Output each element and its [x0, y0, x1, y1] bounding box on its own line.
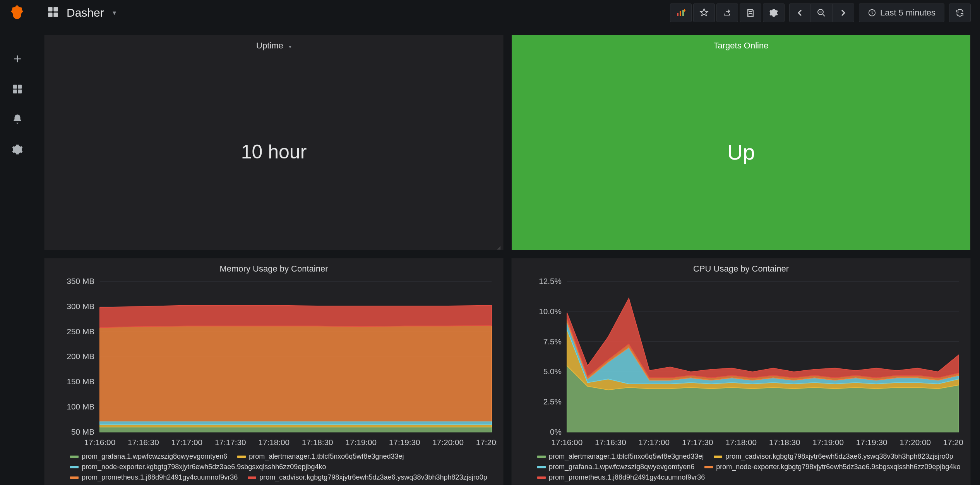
svg-rect-3	[13, 89, 17, 93]
svg-text:17:17:30: 17:17:30	[682, 438, 713, 447]
legend-swatch	[537, 476, 546, 479]
legend-swatch	[237, 456, 246, 458]
legend-label: prom_prometheus.1.j88d9h2491gy4cuumnof9v…	[549, 473, 705, 482]
dashboard-picker[interactable]: Dasher ▾	[46, 5, 116, 20]
legend-item[interactable]: prom_prometheus.1.j88d9h2491gy4cuumnof9v…	[70, 473, 238, 482]
time-range-picker[interactable]: Last 5 minutes	[859, 3, 944, 22]
svg-text:250 MB: 250 MB	[67, 327, 94, 336]
settings-button[interactable]	[763, 3, 785, 22]
legend-item[interactable]: prom_node-exporter.kgbgtg798xjytr6ewh5dz…	[704, 463, 960, 471]
zoom-out-button[interactable]	[811, 3, 833, 22]
chart-legend: prom_alertmanager.1.tblcf5nxo6q5wf8e3gne…	[518, 449, 964, 482]
legend-swatch	[537, 456, 546, 458]
svg-text:17:18:00: 17:18:00	[258, 438, 290, 447]
svg-text:17:16:30: 17:16:30	[595, 438, 626, 447]
legend-item[interactable]: prom_cadvisor.kgbgtg798xjytr6ewh5dz3ae6.…	[248, 473, 487, 482]
gear-icon[interactable]	[9, 141, 26, 158]
legend-swatch	[537, 466, 546, 468]
alert-bell-icon[interactable]	[9, 111, 26, 128]
svg-text:17:17:00: 17:17:00	[638, 438, 670, 447]
svg-text:17:16:00: 17:16:00	[551, 438, 583, 447]
legend-label: prom_prometheus.1.j88d9h2491gy4cuumnof9v…	[82, 473, 238, 482]
svg-rect-4	[18, 89, 22, 93]
legend-label: prom_grafana.1.wpwfcwzszig8qwyevgomtyen6	[549, 463, 694, 471]
svg-text:200 MB: 200 MB	[67, 353, 94, 361]
svg-text:17:18:30: 17:18:30	[302, 438, 333, 447]
svg-text:17:17:30: 17:17:30	[215, 438, 246, 447]
svg-rect-9	[677, 13, 678, 16]
svg-rect-1	[13, 85, 17, 89]
legend-item[interactable]: prom_cadvisor.kgbgtg798xjytr6ewh5dz3ae6.…	[714, 452, 953, 461]
dashboard-grid: Uptime ▾ 10 hour Targets Online Up Memor…	[35, 26, 980, 485]
panel-targets-online[interactable]: Targets Online Up	[511, 35, 971, 250]
svg-text:2.5%: 2.5%	[543, 398, 562, 406]
legend-label: prom_node-exporter.kgbgtg798xjytr6ewh5dz…	[716, 463, 960, 471]
svg-text:17:19:00: 17:19:00	[812, 438, 844, 447]
svg-text:100 MB: 100 MB	[67, 403, 94, 411]
star-button[interactable]	[693, 3, 715, 22]
legend-item[interactable]: prom_alertmanager.1.tblcf5nxo6q5wf8e3gne…	[537, 452, 704, 461]
panel-title[interactable]: Uptime ▾	[45, 35, 503, 54]
svg-text:17:16:00: 17:16:00	[84, 438, 115, 447]
legend-swatch	[704, 466, 713, 468]
panel-memory-usage[interactable]: Memory Usage by Container 50 MB100 MB150…	[44, 258, 504, 485]
panel-uptime[interactable]: Uptime ▾ 10 hour	[44, 35, 504, 250]
time-back-button[interactable]	[789, 3, 811, 22]
legend-swatch	[248, 476, 256, 479]
save-button[interactable]	[740, 3, 761, 22]
svg-text:150 MB: 150 MB	[67, 378, 94, 386]
targets-value: Up	[512, 54, 970, 250]
add-panel-button[interactable]	[670, 3, 692, 22]
svg-rect-5	[48, 7, 52, 11]
svg-text:17:20:00: 17:20:00	[899, 438, 931, 447]
grafana-logo[interactable]	[9, 4, 26, 22]
share-button[interactable]	[716, 3, 738, 22]
chart-memory: 50 MB100 MB150 MB200 MB250 MB300 MB350 M…	[45, 277, 503, 485]
svg-text:50 MB: 50 MB	[71, 428, 94, 436]
legend-label: prom_grafana.1.wpwfcwzszig8qwyevgomtyen6	[82, 452, 227, 461]
svg-text:7.5%: 7.5%	[543, 337, 562, 346]
svg-text:17:16:30: 17:16:30	[128, 438, 159, 447]
legend-item[interactable]: prom_prometheus.1.j88d9h2491gy4cuumnof9v…	[537, 473, 705, 482]
chart-legend: prom_grafana.1.wpwfcwzszig8qwyevgomtyen6…	[51, 449, 497, 482]
legend-item[interactable]: prom_node-exporter.kgbgtg798xjytr6ewh5dz…	[70, 463, 326, 471]
legend-label: prom_cadvisor.kgbgtg798xjytr6ewh5dz3ae6.…	[725, 452, 953, 461]
dashboards-icon[interactable]	[9, 81, 26, 98]
legend-label: prom_node-exporter.kgbgtg798xjytr6ewh5dz…	[82, 463, 326, 471]
svg-rect-8	[53, 12, 58, 17]
svg-text:17:19:30: 17:19:30	[856, 438, 887, 447]
time-range-label: Last 5 minutes	[880, 8, 935, 18]
dashboards-icon	[46, 5, 60, 20]
panel-title[interactable]: Memory Usage by Container	[45, 258, 503, 277]
chevron-down-icon: ▾	[113, 9, 116, 17]
legend-swatch	[70, 466, 79, 468]
legend-label: prom_alertmanager.1.tblcf5nxo6q5wf8e3gne…	[549, 452, 704, 461]
svg-rect-2	[18, 85, 22, 89]
legend-label: prom_alertmanager.1.tblcf5nxo6q5wf8e3gne…	[249, 452, 404, 461]
legend-item[interactable]: prom_grafana.1.wpwfcwzszig8qwyevgomtyen6	[70, 452, 227, 461]
svg-text:300 MB: 300 MB	[67, 302, 94, 311]
panel-title[interactable]: Targets Online	[512, 35, 970, 54]
time-forward-button[interactable]	[833, 3, 854, 22]
svg-text:17:18:00: 17:18:00	[725, 438, 757, 447]
svg-text:5.0%: 5.0%	[543, 368, 562, 376]
legend-swatch	[70, 476, 79, 479]
svg-text:17:18:30: 17:18:30	[769, 438, 800, 447]
panel-title[interactable]: CPU Usage by Container	[512, 258, 970, 277]
panel-cpu-usage[interactable]: CPU Usage by Container 0%2.5%5.0%7.5%10.…	[511, 258, 971, 485]
refresh-button[interactable]	[949, 3, 971, 22]
add-icon[interactable]	[9, 50, 26, 67]
svg-text:350 MB: 350 MB	[67, 277, 94, 285]
resize-handle[interactable]	[497, 244, 502, 248]
svg-text:0%: 0%	[550, 428, 562, 436]
svg-rect-10	[680, 11, 681, 16]
side-nav	[0, 0, 35, 485]
svg-text:17:20:30: 17:20:30	[476, 438, 497, 447]
svg-text:17:19:30: 17:19:30	[389, 438, 420, 447]
legend-item[interactable]: prom_alertmanager.1.tblcf5nxo6q5wf8e3gne…	[237, 452, 404, 461]
legend-swatch	[70, 456, 79, 458]
svg-text:17:20:30: 17:20:30	[943, 438, 964, 447]
legend-item[interactable]: prom_grafana.1.wpwfcwzszig8qwyevgomtyen6	[537, 463, 694, 471]
svg-text:17:17:00: 17:17:00	[171, 438, 202, 447]
legend-swatch	[714, 456, 722, 458]
